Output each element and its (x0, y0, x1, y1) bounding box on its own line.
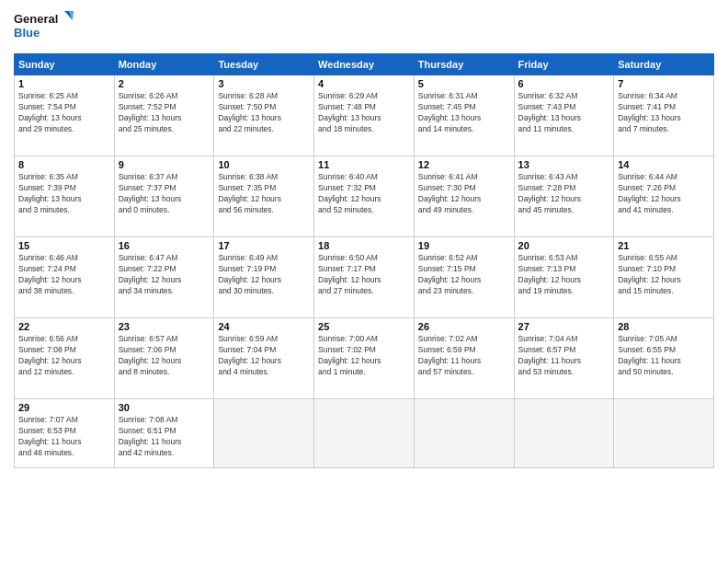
cell-content: Sunrise: 6:35 AMSunset: 7:39 PMDaylight:… (18, 172, 110, 216)
page: General Blue SundayMondayTuesdayWednesda… (0, 0, 728, 563)
calendar-cell: 18Sunrise: 6:50 AMSunset: 7:17 PMDayligh… (314, 237, 415, 318)
calendar-cell: 13Sunrise: 6:43 AMSunset: 7:28 PMDayligh… (514, 156, 614, 237)
calendar-cell: 19Sunrise: 6:52 AMSunset: 7:15 PMDayligh… (414, 237, 514, 318)
cell-content: Sunrise: 6:46 AMSunset: 7:24 PMDaylight:… (18, 253, 110, 297)
day-number: 26 (418, 321, 510, 332)
cell-content: Sunrise: 7:07 AMSunset: 6:53 PMDaylight:… (18, 415, 110, 459)
logo: General Blue (14, 9, 78, 46)
cell-content: Sunrise: 6:38 AMSunset: 7:35 PMDaylight:… (218, 172, 310, 216)
day-number: 4 (318, 78, 410, 89)
calendar-cell: 23Sunrise: 6:57 AMSunset: 7:06 PMDayligh… (114, 318, 214, 399)
cell-content: Sunrise: 6:41 AMSunset: 7:30 PMDaylight:… (418, 172, 510, 216)
cell-content: Sunrise: 7:05 AMSunset: 6:55 PMDaylight:… (618, 334, 710, 378)
col-header-sunday: Sunday (15, 54, 115, 75)
day-number: 9 (119, 159, 210, 170)
calendar-cell: 12Sunrise: 6:41 AMSunset: 7:30 PMDayligh… (414, 156, 514, 237)
logo-svg: General Blue (14, 9, 78, 46)
day-number: 3 (218, 78, 310, 89)
day-number: 30 (119, 402, 210, 413)
svg-text:General: General (14, 12, 58, 26)
calendar-cell: 15Sunrise: 6:46 AMSunset: 7:24 PMDayligh… (15, 237, 115, 318)
cell-content: Sunrise: 6:32 AMSunset: 7:43 PMDaylight:… (518, 91, 610, 135)
cell-content: Sunrise: 6:53 AMSunset: 7:13 PMDaylight:… (518, 253, 610, 297)
calendar-cell: 22Sunrise: 6:56 AMSunset: 7:08 PMDayligh… (15, 318, 115, 399)
calendar-cell: 21Sunrise: 6:55 AMSunset: 7:10 PMDayligh… (614, 237, 714, 318)
calendar-table: SundayMondayTuesdayWednesdayThursdayFrid… (14, 53, 714, 468)
calendar-cell: 26Sunrise: 7:02 AMSunset: 6:59 PMDayligh… (414, 318, 514, 399)
day-number: 11 (318, 159, 410, 170)
day-number: 28 (618, 321, 710, 332)
day-number: 24 (218, 321, 310, 332)
day-number: 14 (618, 159, 710, 170)
day-number: 2 (119, 78, 210, 89)
calendar-cell: 24Sunrise: 6:59 AMSunset: 7:04 PMDayligh… (214, 318, 314, 399)
cell-content: Sunrise: 6:55 AMSunset: 7:10 PMDaylight:… (618, 253, 710, 297)
day-number: 21 (618, 240, 710, 251)
calendar-cell: 8Sunrise: 6:35 AMSunset: 7:39 PMDaylight… (15, 156, 115, 237)
day-number: 7 (618, 78, 710, 89)
calendar-cell: 5Sunrise: 6:31 AMSunset: 7:45 PMDaylight… (414, 75, 514, 156)
calendar-cell: 30Sunrise: 7:08 AMSunset: 6:51 PMDayligh… (114, 399, 214, 468)
calendar-cell: 17Sunrise: 6:49 AMSunset: 7:19 PMDayligh… (214, 237, 314, 318)
day-number: 16 (119, 240, 210, 251)
calendar-cell: 25Sunrise: 7:00 AMSunset: 7:02 PMDayligh… (314, 318, 415, 399)
col-header-saturday: Saturday (614, 54, 714, 75)
cell-content: Sunrise: 6:56 AMSunset: 7:08 PMDaylight:… (18, 334, 110, 378)
day-number: 20 (518, 240, 610, 251)
day-number: 19 (418, 240, 510, 251)
cell-content: Sunrise: 6:52 AMSunset: 7:15 PMDaylight:… (418, 253, 510, 297)
cell-content: Sunrise: 6:34 AMSunset: 7:41 PMDaylight:… (618, 91, 710, 135)
calendar-cell: 3Sunrise: 6:28 AMSunset: 7:50 PMDaylight… (214, 75, 314, 156)
cell-content: Sunrise: 7:08 AMSunset: 6:51 PMDaylight:… (119, 415, 210, 459)
calendar-cell: 28Sunrise: 7:05 AMSunset: 6:55 PMDayligh… (614, 318, 714, 399)
calendar-cell: 4Sunrise: 6:29 AMSunset: 7:48 PMDaylight… (314, 75, 415, 156)
calendar-cell: 6Sunrise: 6:32 AMSunset: 7:43 PMDaylight… (514, 75, 614, 156)
col-header-thursday: Thursday (414, 54, 514, 75)
cell-content: Sunrise: 7:00 AMSunset: 7:02 PMDaylight:… (318, 334, 410, 378)
svg-text:Blue: Blue (14, 26, 40, 40)
calendar-cell: 16Sunrise: 6:47 AMSunset: 7:22 PMDayligh… (114, 237, 214, 318)
calendar-cell (514, 399, 614, 468)
cell-content: Sunrise: 6:26 AMSunset: 7:52 PMDaylight:… (119, 91, 210, 135)
cell-content: Sunrise: 6:25 AMSunset: 7:54 PMDaylight:… (18, 91, 110, 135)
day-number: 25 (318, 321, 410, 332)
cell-content: Sunrise: 6:50 AMSunset: 7:17 PMDaylight:… (318, 253, 410, 297)
day-number: 23 (119, 321, 210, 332)
calendar-cell: 27Sunrise: 7:04 AMSunset: 6:57 PMDayligh… (514, 318, 614, 399)
calendar-cell: 9Sunrise: 6:37 AMSunset: 7:37 PMDaylight… (114, 156, 214, 237)
cell-content: Sunrise: 6:49 AMSunset: 7:19 PMDaylight:… (218, 253, 310, 297)
calendar-cell (414, 399, 514, 468)
col-header-monday: Monday (114, 54, 214, 75)
cell-content: Sunrise: 6:37 AMSunset: 7:37 PMDaylight:… (119, 172, 210, 216)
day-number: 10 (218, 159, 310, 170)
calendar-cell: 1Sunrise: 6:25 AMSunset: 7:54 PMDaylight… (15, 75, 115, 156)
calendar-cell: 20Sunrise: 6:53 AMSunset: 7:13 PMDayligh… (514, 237, 614, 318)
col-header-wednesday: Wednesday (314, 54, 415, 75)
day-number: 29 (18, 402, 110, 413)
col-header-friday: Friday (514, 54, 614, 75)
cell-content: Sunrise: 6:47 AMSunset: 7:22 PMDaylight:… (119, 253, 210, 297)
cell-content: Sunrise: 6:31 AMSunset: 7:45 PMDaylight:… (418, 91, 510, 135)
day-number: 17 (218, 240, 310, 251)
header: General Blue (14, 9, 714, 46)
day-number: 27 (518, 321, 610, 332)
day-number: 1 (18, 78, 110, 89)
calendar-cell: 29Sunrise: 7:07 AMSunset: 6:53 PMDayligh… (15, 399, 115, 468)
cell-content: Sunrise: 7:02 AMSunset: 6:59 PMDaylight:… (418, 334, 510, 378)
calendar-cell: 14Sunrise: 6:44 AMSunset: 7:26 PMDayligh… (614, 156, 714, 237)
day-number: 5 (418, 78, 510, 89)
cell-content: Sunrise: 6:59 AMSunset: 7:04 PMDaylight:… (218, 334, 310, 378)
calendar-cell (614, 399, 714, 468)
day-number: 13 (518, 159, 610, 170)
day-number: 15 (18, 240, 110, 251)
calendar-cell: 7Sunrise: 6:34 AMSunset: 7:41 PMDaylight… (614, 75, 714, 156)
day-number: 22 (18, 321, 110, 332)
calendar-cell: 2Sunrise: 6:26 AMSunset: 7:52 PMDaylight… (114, 75, 214, 156)
calendar-cell (214, 399, 314, 468)
cell-content: Sunrise: 6:29 AMSunset: 7:48 PMDaylight:… (318, 91, 410, 135)
cell-content: Sunrise: 6:43 AMSunset: 7:28 PMDaylight:… (518, 172, 610, 216)
calendar-cell (314, 399, 415, 468)
calendar-cell: 10Sunrise: 6:38 AMSunset: 7:35 PMDayligh… (214, 156, 314, 237)
day-number: 8 (18, 159, 110, 170)
day-number: 6 (518, 78, 610, 89)
